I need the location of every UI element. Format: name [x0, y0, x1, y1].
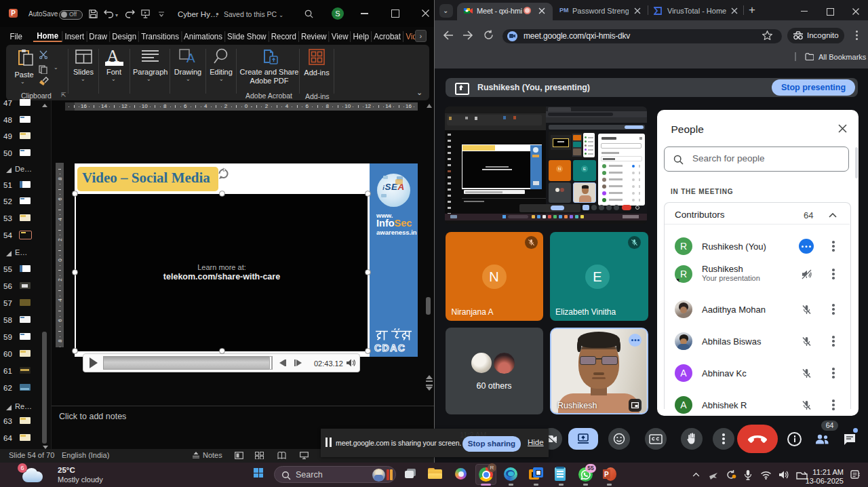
svg-text:CDAC: CDAC	[374, 343, 406, 353]
svg-text:A: A	[186, 51, 195, 64]
